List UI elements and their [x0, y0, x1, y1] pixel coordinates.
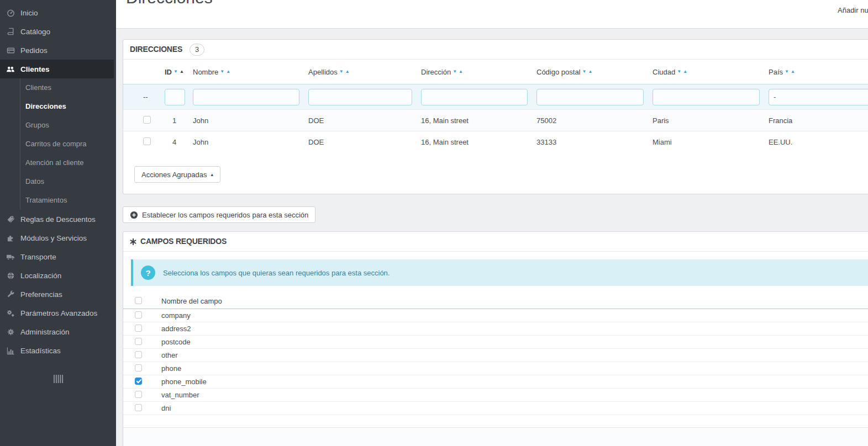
filter-input-direccion[interactable] — [421, 89, 528, 105]
tags-icon — [6, 215, 15, 224]
required-fields-title: CAMPOS REQUERIDOS — [140, 232, 227, 251]
fields-header-label: Nombre del campo — [161, 297, 868, 305]
field-checkbox[interactable] — [135, 378, 142, 385]
cell-apellidos: DOE — [308, 138, 421, 146]
sort-desc-icon[interactable]: ▼ — [220, 70, 224, 74]
field-checkbox[interactable] — [135, 391, 142, 398]
sort-asc-icon[interactable]: ▲ — [791, 70, 795, 74]
page-title: Direcciones — [126, 0, 213, 8]
sidebar-item-parametros-avanzados[interactable]: Parámetros Avanzados — [0, 304, 116, 322]
table-row[interactable]: 4 John DOE 16, Main street 33133 Miami E… — [123, 131, 868, 152]
sort-asc-icon[interactable]: ▲ — [588, 70, 592, 74]
sort-asc-icon[interactable]: ▲ — [683, 70, 687, 74]
cell-codigo-postal: 33133 — [536, 138, 653, 146]
sort-asc-icon[interactable]: ▲ — [459, 70, 463, 74]
filter-input-nombre[interactable] — [193, 89, 299, 105]
sidebar-item-reglas-descuentos[interactable]: Reglas de Descuentos — [0, 210, 116, 229]
info-text: Selecciona los campos que quieras sean r… — [163, 269, 390, 277]
spacer — [116, 29, 868, 39]
sort-desc-icon[interactable]: ▼ — [582, 70, 587, 74]
puzzle-icon — [6, 233, 15, 242]
sidebar-item-administracion[interactable]: Administración — [0, 322, 116, 341]
users-icon — [6, 65, 15, 73]
submenu-item-grupos[interactable]: Grupos — [20, 116, 116, 135]
sidebar-item-estadisticas[interactable]: Estadísticas — [0, 341, 116, 360]
sort-desc-icon[interactable]: ▼ — [677, 70, 681, 74]
sidebar-item-pedidos[interactable]: Pedidos — [0, 41, 116, 60]
add-new-address-link[interactable]: Añadir nu — [838, 6, 868, 14]
cell-codigo-postal: 75002 — [536, 116, 653, 125]
gear-icon — [6, 327, 15, 336]
field-row: phone — [123, 362, 868, 375]
sidebar-collapse-handle[interactable] — [0, 374, 116, 385]
sidebar-item-clientes[interactable]: Clientes — [0, 60, 114, 78]
addresses-count-badge: 3 — [190, 44, 204, 56]
filter-input-id[interactable] — [165, 89, 185, 105]
sidebar: Inicio Catálogo Pedidos Clientes Cliente… — [0, 0, 116, 446]
info-alert: ? Selecciona los campos que quieras sean… — [131, 259, 868, 286]
row-checkbox[interactable] — [143, 116, 151, 124]
filter-select-pais[interactable]: - — [769, 89, 868, 105]
caret-up-icon: ▴ — [211, 172, 214, 177]
field-row: dni — [123, 402, 868, 415]
select-all-checkbox[interactable] — [135, 297, 142, 304]
collapse-bars-icon — [53, 374, 64, 385]
addresses-panel-heading: DIRECCIONES 3 — [123, 40, 868, 60]
field-name: company — [161, 311, 868, 320]
submenu-item-atencion[interactable]: Atención al cliente — [20, 153, 116, 172]
gears-icon — [6, 309, 15, 317]
field-name: phone — [161, 364, 868, 373]
field-row: address2 — [123, 322, 868, 336]
set-required-fields-button[interactable]: Establecer los campos requeridos para es… — [123, 206, 315, 223]
cell-pais: EE.UU. — [769, 138, 868, 146]
column-header-direccion: Dirección ▼ ▲ — [421, 68, 536, 76]
sort-desc-icon[interactable]: ▼ — [785, 70, 789, 74]
field-checkbox[interactable] — [135, 404, 142, 411]
sort-desc-icon[interactable]: ▼ — [339, 70, 344, 74]
submenu-item-clientes[interactable]: Clientes — [20, 78, 116, 97]
submenu-item-direcciones[interactable]: Direcciones — [20, 97, 116, 116]
field-checkbox[interactable] — [135, 351, 142, 358]
sidebar-item-localizacion[interactable]: Localización — [0, 266, 116, 285]
cell-apellidos: DOE — [308, 116, 421, 125]
field-checkbox[interactable] — [135, 338, 142, 345]
field-checkbox[interactable] — [135, 325, 142, 332]
column-header-ciudad: Ciudad ▼ ▲ — [653, 68, 769, 76]
required-fields-heading: CAMPOS REQUERIDOS — [123, 232, 868, 252]
filter-input-apellidos[interactable] — [308, 89, 412, 105]
cell-nombre: John — [193, 116, 308, 125]
sort-desc-icon[interactable]: ▼ — [173, 70, 178, 74]
sidebar-item-catalogo[interactable]: Catálogo — [0, 22, 116, 41]
field-row: vat_number — [123, 389, 868, 402]
sidebar-item-transporte[interactable]: Transporte — [0, 247, 116, 266]
bulk-actions-button[interactable]: Acciones Agrupadas ▴ — [134, 166, 220, 183]
table-row[interactable]: 1 John DOE 16, Main street 75002 Paris F… — [123, 109, 868, 131]
bar-chart-icon — [6, 346, 15, 355]
submenu-item-carritos[interactable]: Carritos de compra — [20, 135, 116, 153]
submenu-item-datos[interactable]: Datos — [20, 172, 116, 191]
sort-asc-icon[interactable]: ▲ — [345, 70, 350, 74]
sort-asc-icon[interactable]: ▲ — [226, 70, 230, 74]
column-header-nombre: Nombre ▼ ▲ — [193, 68, 308, 76]
table-header-row: ID ▼ ▲ Nombre ▼ ▲ Apellidos ▼ ▲ Direcció… — [123, 60, 868, 84]
wrench-icon — [6, 290, 15, 299]
bulk-actions-area: Acciones Agrupadas ▴ — [123, 152, 868, 194]
field-checkbox[interactable] — [135, 311, 142, 318]
row-checkbox[interactable] — [143, 137, 151, 145]
field-checkbox[interactable] — [135, 364, 142, 371]
sort-asc-icon[interactable]: ▲ — [180, 70, 184, 74]
sidebar-item-preferencias[interactable]: Preferencias — [0, 285, 116, 304]
submenu-item-tratamientos[interactable]: Tratamientos — [20, 191, 116, 210]
plus-circle-icon — [130, 211, 138, 219]
speedometer-icon — [6, 8, 15, 17]
sidebar-item-inicio[interactable]: Inicio — [0, 3, 116, 22]
filter-input-ciudad[interactable] — [653, 89, 760, 105]
field-row: company — [123, 309, 868, 322]
field-name: postcode — [161, 338, 868, 346]
filter-input-codigo-postal[interactable] — [536, 89, 644, 105]
page-header: Direcciones — [116, 0, 868, 29]
sidebar-item-modulos[interactable]: Módulos y Servicios — [0, 229, 116, 247]
sort-desc-icon[interactable]: ▼ — [453, 70, 457, 74]
field-name: phone_mobile — [161, 378, 868, 386]
cell-direccion: 16, Main street — [421, 116, 536, 125]
